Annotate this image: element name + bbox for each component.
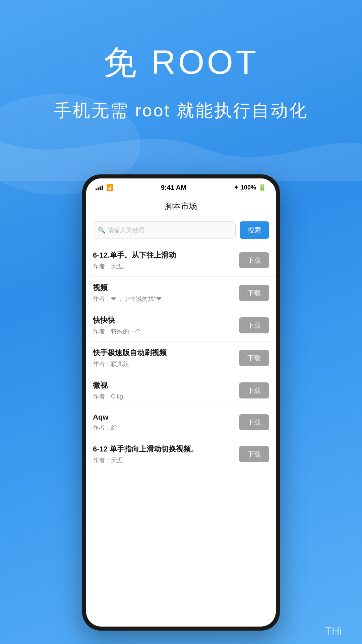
script-info: 视频 作者：❤ ╭ァ非誠勿扰°❤: [93, 283, 239, 303]
wifi-icon: 📶: [106, 184, 114, 191]
wave-decoration: [0, 114, 362, 181]
script-author: 作者：Cikg.: [93, 392, 239, 400]
list-item: 6-12.单手。从下往上滑动 作者：天涯 下载: [86, 244, 276, 277]
list-item: 视频 作者：❤ ╭ァ非誠勿扰°❤ 下载: [86, 277, 276, 309]
list-item: 6-12 单手指向上滑动切换视频。 作者：天涯 下载: [86, 438, 276, 470]
signal-bar-4: [102, 185, 103, 190]
script-author: 作者：幻: [93, 424, 239, 432]
script-author: 作者：❤ ╭ァ非誠勿扰°❤: [93, 295, 239, 303]
phone-mockup: 📶 9:41 AM ✦ 100% 🔋 脚本市场 🔍 请输入关键词 搜: [82, 174, 280, 631]
script-list: 6-12.单手。从下往上滑动 作者：天涯 下载 视频 作者：❤ ╭ァ非誠勿扰°❤…: [86, 244, 276, 470]
download-button[interactable]: 下载: [239, 317, 269, 333]
download-button[interactable]: 下载: [239, 382, 269, 398]
signal-bar-1: [96, 189, 97, 190]
battery-text: 100%: [241, 184, 256, 191]
search-placeholder: 请输入关键词: [108, 226, 144, 234]
script-info: 微视 作者：Cikg.: [93, 380, 239, 400]
list-item: 微视 作者：Cikg. 下载: [86, 374, 276, 407]
app-title: 脚本市场: [165, 201, 197, 212]
script-name: 视频: [93, 283, 239, 293]
battery-icon: 🔋: [258, 183, 266, 192]
bluetooth-icon: ✦: [234, 184, 239, 191]
status-time: 9:41 AM: [161, 184, 186, 192]
search-input-wrap[interactable]: 🔍 请输入关键词: [93, 221, 236, 239]
script-name: 快手极速版自动刷视频: [93, 348, 239, 358]
hero-section: 免 ROOT 手机无需 root 就能执行自动化: [0, 0, 362, 122]
status-right: ✦ 100% 🔋: [234, 183, 266, 192]
script-name: 快快快: [93, 315, 239, 325]
phone-frame: 📶 9:41 AM ✦ 100% 🔋 脚本市场 🔍 请输入关键词 搜: [82, 174, 280, 631]
status-left: 📶: [96, 184, 114, 191]
script-info: Aqw 作者：幻: [93, 413, 239, 432]
script-name: Aqw: [93, 413, 239, 422]
status-bar: 📶 9:41 AM ✦ 100% 🔋: [86, 178, 276, 197]
list-item: 快快快 作者：特殊的一个 下载: [86, 309, 276, 342]
script-author: 作者：特殊的一个: [93, 327, 239, 335]
script-info: 快快快 作者：特殊的一个: [93, 315, 239, 335]
script-author: 作者：天涯: [93, 456, 239, 464]
script-name: 6-12.单手。从下往上滑动: [93, 250, 239, 260]
download-button[interactable]: 下载: [239, 285, 269, 301]
script-info: 6-12.单手。从下往上滑动 作者：天涯: [93, 250, 239, 270]
list-item: 快手极速版自动刷视频 作者：颖儿姐 下载: [86, 342, 276, 374]
script-author: 作者：颖儿姐: [93, 360, 239, 368]
download-button[interactable]: 下载: [239, 414, 269, 430]
script-author: 作者：天涯: [93, 262, 239, 270]
list-item: Aqw 作者：幻 下载: [86, 407, 276, 438]
download-button[interactable]: 下载: [239, 252, 269, 268]
signal-bar-3: [100, 186, 101, 190]
hero-title: 免 ROOT: [0, 40, 362, 86]
script-name: 微视: [93, 380, 239, 390]
search-button[interactable]: 搜索: [240, 221, 269, 239]
app-header: 脚本市场: [86, 197, 276, 216]
phone-screen: 📶 9:41 AM ✦ 100% 🔋 脚本市场 🔍 请输入关键词 搜: [86, 178, 276, 627]
signal-bars: [96, 185, 103, 190]
download-button[interactable]: 下载: [239, 446, 269, 462]
script-info: 6-12 单手指向上滑动切换视频。 作者：天涯: [93, 444, 239, 464]
search-area: 🔍 请输入关键词 搜索: [86, 216, 276, 244]
search-icon: 🔍: [98, 226, 105, 234]
script-name: 6-12 单手指向上滑动切换视频。: [93, 444, 239, 454]
hero-subtitle: 手机无需 root 就能执行自动化: [0, 99, 362, 122]
script-info: 快手极速版自动刷视频 作者：颖儿姐: [93, 348, 239, 368]
signal-bar-2: [98, 187, 99, 190]
watermark: THi: [325, 625, 342, 637]
download-button[interactable]: 下载: [239, 350, 269, 366]
